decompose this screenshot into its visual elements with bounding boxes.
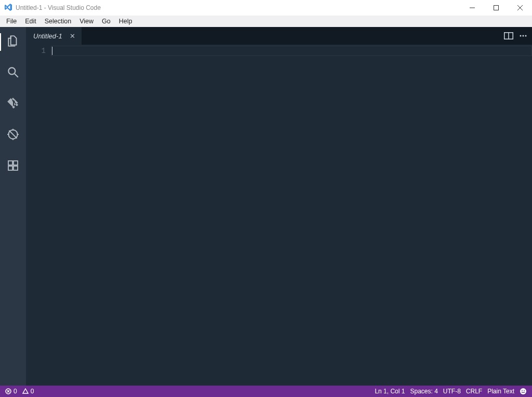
svg-point-25 [522, 390, 523, 391]
activity-search[interactable] [0, 62, 26, 84]
svg-rect-15 [14, 166, 18, 170]
extensions-icon [7, 159, 19, 174]
status-right: Ln 1, Col 1 Spaces: 4 UTF-8 CRLF Plain T… [375, 388, 527, 395]
editor-area: Untitled-1 ✕ 1 [26, 27, 532, 386]
error-icon [5, 388, 11, 394]
menu-go[interactable]: Go [98, 17, 115, 26]
status-feedback[interactable] [520, 388, 527, 395]
status-eol[interactable]: CRLF [466, 388, 482, 395]
status-encoding[interactable]: UTF-8 [443, 388, 461, 395]
svg-point-18 [520, 35, 522, 37]
close-button[interactable] [508, 0, 532, 16]
debug-icon [6, 128, 20, 143]
svg-point-20 [525, 35, 527, 37]
svg-line-7 [9, 130, 17, 138]
svg-point-19 [523, 35, 524, 37]
titlebar-left: Untitled-1 - Visual Studio Code [4, 3, 101, 13]
menu-help[interactable]: Help [115, 17, 137, 26]
smiley-icon [520, 388, 527, 395]
activity-source-control[interactable] [0, 93, 26, 115]
svg-line-5 [15, 74, 18, 77]
tab-untitled-1[interactable]: Untitled-1 ✕ [26, 27, 82, 45]
code-area[interactable] [51, 45, 532, 386]
svg-rect-13 [14, 161, 18, 165]
svg-point-24 [520, 388, 526, 394]
activity-explorer[interactable] [0, 31, 26, 53]
menubar: File Edit Selection View Go Help [0, 16, 532, 27]
window: Untitled-1 - Visual Studio Code File Edi… [0, 0, 532, 397]
activity-debug[interactable] [0, 125, 26, 146]
close-icon[interactable]: ✕ [70, 32, 75, 40]
gutter: 1 [26, 45, 51, 386]
svg-rect-14 [8, 166, 12, 170]
status-language[interactable]: Plain Text [487, 388, 514, 395]
menu-selection[interactable]: Selection [41, 17, 75, 26]
status-left: 0 0 [5, 388, 34, 395]
status-warnings[interactable]: 0 [22, 388, 34, 395]
status-warning-count: 0 [31, 388, 34, 395]
menu-file[interactable]: File [2, 17, 21, 26]
status-error-count: 0 [14, 388, 17, 395]
status-linecol[interactable]: Ln 1, Col 1 [375, 388, 405, 395]
status-spaces[interactable]: Spaces: 4 [410, 388, 437, 395]
activity-extensions[interactable] [0, 156, 26, 177]
menu-edit[interactable]: Edit [21, 17, 41, 26]
maximize-button[interactable] [484, 0, 508, 16]
tab-label: Untitled-1 [33, 32, 62, 40]
tabs-left: Untitled-1 ✕ [26, 27, 82, 45]
files-icon [6, 34, 20, 50]
tabs-bar: Untitled-1 ✕ [26, 27, 532, 45]
git-icon [6, 97, 20, 112]
split-editor-icon[interactable] [504, 32, 513, 39]
svg-rect-1 [494, 6, 499, 10]
titlebar: Untitled-1 - Visual Studio Code [0, 0, 532, 16]
window-title: Untitled-1 - Visual Studio Code [16, 4, 101, 11]
line-number: 1 [26, 47, 46, 55]
more-icon[interactable] [518, 32, 528, 39]
current-line-highlight [51, 46, 532, 56]
minimize-button[interactable] [460, 0, 484, 16]
svg-point-4 [8, 67, 15, 74]
status-errors[interactable]: 0 [5, 388, 17, 395]
tabs-actions [504, 27, 532, 45]
status-bar: 0 0 Ln 1, Col 1 Spaces: 4 UTF-8 CRLF Pla… [0, 386, 532, 397]
svg-point-26 [524, 390, 525, 391]
search-icon [6, 65, 20, 81]
vscode-icon [4, 3, 12, 13]
main: Untitled-1 ✕ 1 [0, 27, 532, 386]
window-controls [460, 0, 532, 16]
activity-bar [0, 27, 26, 386]
editor[interactable]: 1 [26, 45, 532, 386]
svg-rect-12 [8, 161, 12, 165]
warning-icon [22, 388, 29, 394]
menu-view[interactable]: View [75, 17, 98, 26]
